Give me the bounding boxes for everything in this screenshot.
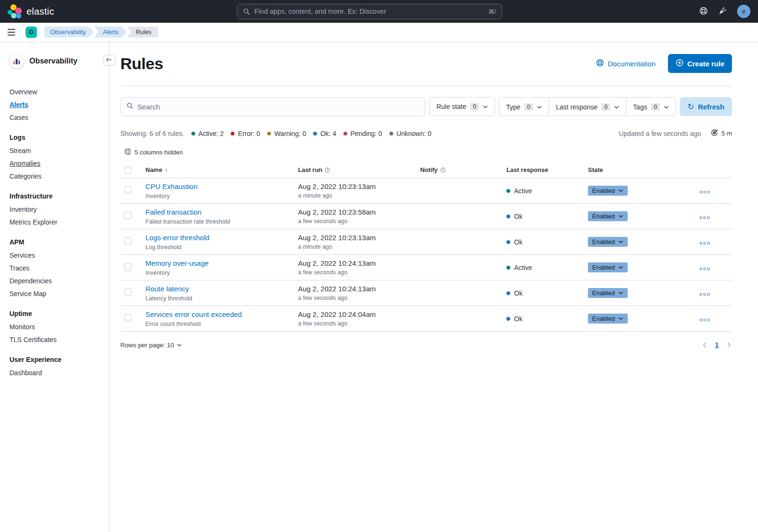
breadcrumb: Observability Alerts Rules <box>45 27 158 37</box>
breadcrumb-bar: D Observability Alerts Rules <box>0 23 758 42</box>
row-actions-button[interactable] <box>698 266 712 272</box>
type-filter[interactable]: Type 0 <box>499 98 549 117</box>
sidebar-item-alerts[interactable]: Alerts <box>9 101 101 108</box>
status-dot <box>389 132 393 135</box>
sidebar-item-anomalies[interactable]: Anomalies <box>9 160 101 167</box>
last-response-filter[interactable]: Last response 0 <box>549 98 626 117</box>
sidebar-section-header: User Experience <box>9 356 101 363</box>
rules-table: Name ↑ Last run Notify <box>120 162 732 332</box>
last-run-relative: a few seconds ago <box>298 218 420 225</box>
refresh-interval-button[interactable]: 5 m <box>711 129 732 138</box>
rules-stats: Active: 2Error: 0Warning: 0Ok: 4Pending:… <box>191 130 432 137</box>
status-dot <box>231 132 235 135</box>
state-dropdown-badge[interactable]: Enabled <box>588 237 628 247</box>
row-checkbox[interactable] <box>124 314 132 322</box>
rows-per-page-selector[interactable]: Rows per page: 10 <box>120 342 182 349</box>
status-stat-label: Ok: 4 <box>320 130 336 137</box>
status-stat: Ok: 4 <box>313 130 336 137</box>
user-avatar[interactable]: e <box>737 5 750 18</box>
documentation-link[interactable]: Documentation <box>596 59 656 68</box>
breadcrumb-alerts[interactable]: Alerts <box>94 27 126 37</box>
refresh-icon: ↻ <box>687 103 694 111</box>
column-header-last-run[interactable]: Last run <box>298 166 420 173</box>
response-status-label: Ok <box>514 289 523 297</box>
status-stat: Warning: 0 <box>267 130 306 137</box>
status-dot <box>313 132 317 135</box>
sidebar-item-cases[interactable]: Cases <box>9 114 101 121</box>
rule-name-link[interactable]: CPU Exhaustion <box>145 182 198 190</box>
sidebar-item-traces[interactable]: Traces <box>9 265 101 271</box>
rule-name-link[interactable]: Services error count exceeded <box>145 310 242 318</box>
create-rule-button[interactable]: Create rule <box>668 54 732 73</box>
select-all-checkbox[interactable] <box>124 166 132 174</box>
status-stat: Active: 2 <box>191 130 224 137</box>
status-stat: Unknown: 0 <box>389 130 432 137</box>
action-box-icon <box>707 319 710 321</box>
state-dropdown-badge[interactable]: Enabled <box>588 314 628 324</box>
row-actions-button[interactable] <box>698 291 712 298</box>
previous-page-button[interactable] <box>702 342 707 348</box>
sidebar-item-stream[interactable]: Stream <box>9 147 101 154</box>
last-run-relative: a minute ago <box>298 243 420 250</box>
row-checkbox[interactable] <box>124 212 132 219</box>
breadcrumb-observability[interactable]: Observability <box>45 27 93 37</box>
rule-name-link[interactable]: Memory over-usage <box>145 259 208 267</box>
rules-search-field[interactable] <box>120 97 425 116</box>
response-status-label: Ok <box>514 238 523 246</box>
status-stat-label: Pending: 0 <box>351 130 382 137</box>
sidebar-item-dashboard[interactable]: Dashboard <box>9 370 101 376</box>
column-header-name[interactable]: Name ↑ <box>145 166 298 173</box>
rule-name-link[interactable]: Logs-error threshold <box>145 234 209 242</box>
rule-type-label: Failed transaction rate threshold <box>145 218 298 225</box>
sidebar-item-overview[interactable]: Overview <box>9 89 101 95</box>
state-dropdown-badge[interactable]: Enabled <box>588 211 628 221</box>
row-actions-button[interactable] <box>698 189 712 195</box>
sidebar-item-inventory[interactable]: Inventory <box>9 206 101 213</box>
rule-name-link[interactable]: Failed transaction <box>145 208 201 216</box>
global-search-input[interactable]: Find apps, content, and more. Ex: Discov… <box>237 4 502 19</box>
row-actions-button[interactable] <box>698 215 712 221</box>
breadcrumb-rules: Rules <box>127 27 158 37</box>
pagination: 1 <box>702 341 732 349</box>
last-response-count-badge: 0 <box>601 103 610 111</box>
showing-count-text: Showing: 6 of 6 rules. <box>120 130 184 137</box>
sidebar-item-dependencies[interactable]: Dependencies <box>9 278 101 284</box>
rule-name-link[interactable]: Route latency <box>145 285 189 293</box>
sidebar-item-metrics-explorer[interactable]: Metrics Explorer <box>9 219 101 225</box>
sidebar-item-service-map[interactable]: Service Map <box>9 290 101 297</box>
newsfeed-button[interactable] <box>718 7 727 17</box>
sidebar-collapse-button[interactable] <box>103 55 115 65</box>
refresh-button[interactable]: ↻ Refresh <box>680 97 732 116</box>
sort-ascending-icon: ↑ <box>164 166 168 173</box>
action-box-icon <box>704 268 706 270</box>
row-checkbox[interactable] <box>124 263 132 271</box>
next-page-button[interactable] <box>726 342 732 348</box>
tags-filter[interactable]: Tags 0 <box>626 98 676 117</box>
state-dropdown-badge[interactable]: Enabled <box>588 186 628 196</box>
row-checkbox[interactable] <box>124 186 132 194</box>
sidebar-item-tls-certificates[interactable]: TLS Certificates <box>9 336 101 343</box>
help-button[interactable] <box>699 7 708 17</box>
rule-state-filter[interactable]: Rule state 0 <box>429 97 495 116</box>
chevron-down-icon <box>618 290 623 296</box>
table-row: Memory over-usageInventoryAug 2, 2022 10… <box>120 255 732 280</box>
row-actions-button[interactable] <box>698 317 712 323</box>
action-box-icon <box>700 216 702 219</box>
rules-search-input[interactable] <box>137 103 419 111</box>
page-number-1[interactable]: 1 <box>715 341 719 349</box>
row-actions-button[interactable] <box>698 240 712 246</box>
column-header-notify[interactable]: Notify <box>420 166 506 173</box>
state-dropdown-badge[interactable]: Enabled <box>588 288 628 298</box>
row-checkbox[interactable] <box>124 289 132 296</box>
space-badge[interactable]: D <box>26 27 37 38</box>
state-dropdown-badge[interactable]: Enabled <box>588 262 628 272</box>
rules-table-body: CPU ExhaustionInventoryAug 2, 2022 10:23… <box>120 178 732 332</box>
elastic-home-link[interactable]: elastic <box>8 4 54 18</box>
sidebar-item-categories[interactable]: Categories <box>9 173 101 180</box>
sidebar-item-services[interactable]: Services <box>9 252 101 259</box>
columns-hidden-button[interactable]: 5 columns hidden <box>124 148 183 156</box>
sidebar-section-header: Logs <box>9 134 101 141</box>
sidebar-item-monitors[interactable]: Monitors <box>9 324 101 330</box>
menu-toggle-button[interactable] <box>7 28 16 36</box>
row-checkbox[interactable] <box>124 237 132 245</box>
